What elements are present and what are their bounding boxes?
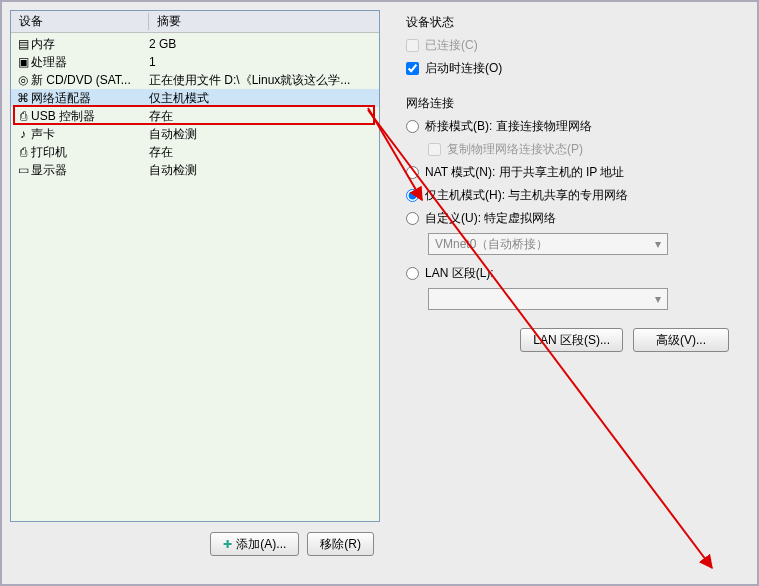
connect-at-power-label: 启动时连接(O) (425, 60, 502, 77)
printer-icon: ⎙ (15, 145, 31, 159)
col-summary: 摘要 (149, 13, 379, 30)
table-row[interactable]: ◎新 CD/DVD (SAT...正在使用文件 D:\《Linux就该这么学..… (11, 71, 379, 89)
sound-icon: ♪ (15, 127, 31, 141)
lan-segments-button[interactable]: LAN 区段(S)... (520, 328, 623, 352)
connected-label: 已连接(C) (425, 37, 478, 54)
device-summary: 1 (149, 55, 375, 69)
network-connection-group: 网络连接 桥接模式(B): 直接连接物理网络 复制物理网络连接状态(P) NAT… (400, 95, 741, 310)
status-title: 设备状态 (406, 14, 741, 31)
plus-icon (223, 537, 232, 551)
cpu-icon: ▣ (15, 55, 31, 69)
remove-button-label: 移除(R) (320, 536, 361, 553)
table-row[interactable]: ⎙打印机存在 (11, 143, 379, 161)
table-row[interactable]: ▤内存2 GB (11, 35, 379, 53)
device-status-group: 设备状态 已连接(C) 启动时连接(O) (400, 14, 741, 77)
device-name: 处理器 (31, 54, 149, 71)
usb-icon: ⎙ (15, 109, 31, 123)
device-summary: 存在 (149, 108, 375, 125)
lan-segments-label: LAN 区段(S)... (533, 332, 610, 349)
right-buttons-row: LAN 区段(S)... 高级(V)... (400, 328, 741, 352)
hostonly-radio[interactable] (406, 189, 419, 202)
hardware-left-pane: 设备 摘要 ▤内存2 GB▣处理器1◎新 CD/DVD (SAT...正在使用文… (10, 10, 380, 566)
device-settings-pane: 设备状态 已连接(C) 启动时连接(O) 网络连接 桥接模式(B): 直接连接物… (392, 10, 749, 566)
advanced-label: 高级(V)... (656, 332, 706, 349)
replicate-checkbox[interactable] (428, 143, 441, 156)
bridged-radio[interactable] (406, 120, 419, 133)
device-list: 设备 摘要 ▤内存2 GB▣处理器1◎新 CD/DVD (SAT...正在使用文… (10, 10, 380, 522)
table-row[interactable]: ▣处理器1 (11, 53, 379, 71)
custom-radio[interactable] (406, 212, 419, 225)
bridged-label: 桥接模式(B): 直接连接物理网络 (425, 118, 592, 135)
device-summary: 存在 (149, 144, 375, 161)
device-summary: 正在使用文件 D:\《Linux就该这么学... (149, 72, 375, 89)
device-name: 内存 (31, 36, 149, 53)
table-row[interactable]: ⌘网络适配器仅主机模式 (11, 89, 379, 107)
advanced-button[interactable]: 高级(V)... (633, 328, 729, 352)
col-device: 设备 (11, 13, 149, 30)
lan-segment-label: LAN 区段(L): (425, 265, 494, 282)
lan-segment-radio[interactable] (406, 267, 419, 280)
device-name: 声卡 (31, 126, 149, 143)
device-name: 新 CD/DVD (SAT... (31, 72, 149, 89)
network-icon: ⌘ (15, 91, 31, 105)
table-row[interactable]: ♪声卡自动检测 (11, 125, 379, 143)
hostonly-label: 仅主机模式(H): 与主机共享的专用网络 (425, 187, 628, 204)
device-summary: 仅主机模式 (149, 90, 375, 107)
device-summary: 自动检测 (149, 162, 375, 179)
table-row[interactable]: ▭显示器自动检测 (11, 161, 379, 179)
connected-checkbox[interactable] (406, 39, 419, 52)
device-name: 显示器 (31, 162, 149, 179)
vmnet-selected: VMnet0（自动桥接） (435, 236, 548, 253)
cd-icon: ◎ (15, 73, 31, 87)
replicate-label: 复制物理网络连接状态(P) (447, 141, 583, 158)
connect-at-power-checkbox[interactable] (406, 62, 419, 75)
add-button-label: 添加(A)... (236, 536, 286, 553)
chevron-down-icon: ▾ (655, 292, 661, 306)
table-row[interactable]: ⎙USB 控制器存在 (11, 107, 379, 125)
network-title: 网络连接 (406, 95, 741, 112)
device-summary: 2 GB (149, 37, 375, 51)
add-button[interactable]: 添加(A)... (210, 532, 299, 556)
chevron-down-icon: ▾ (655, 237, 661, 251)
lan-segment-dropdown[interactable]: ▾ (428, 288, 668, 310)
nat-radio[interactable] (406, 166, 419, 179)
left-buttons-row: 添加(A)... 移除(R) (10, 522, 380, 566)
device-summary: 自动检测 (149, 126, 375, 143)
memory-icon: ▤ (15, 37, 31, 51)
device-name: USB 控制器 (31, 108, 149, 125)
remove-button[interactable]: 移除(R) (307, 532, 374, 556)
device-name: 网络适配器 (31, 90, 149, 107)
vmnet-dropdown[interactable]: VMnet0（自动桥接） ▾ (428, 233, 668, 255)
device-name: 打印机 (31, 144, 149, 161)
list-header: 设备 摘要 (11, 11, 379, 33)
display-icon: ▭ (15, 163, 31, 177)
custom-label: 自定义(U): 特定虚拟网络 (425, 210, 556, 227)
nat-label: NAT 模式(N): 用于共享主机的 IP 地址 (425, 164, 624, 181)
